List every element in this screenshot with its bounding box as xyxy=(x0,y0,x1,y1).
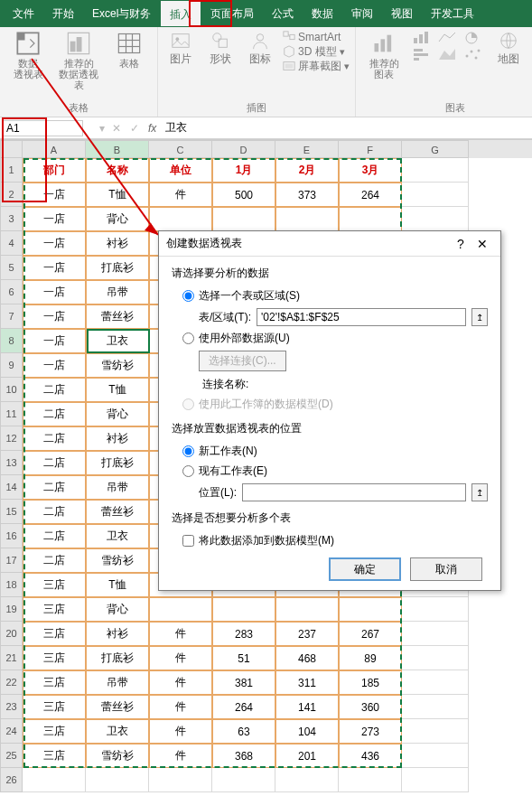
cell[interactable]: 背心 xyxy=(86,597,149,622)
cell[interactable] xyxy=(402,622,469,646)
cell[interactable]: 件 xyxy=(149,622,212,646)
row-header[interactable]: 16 xyxy=(0,524,23,548)
cell[interactable]: 一店 xyxy=(23,207,86,231)
row-header[interactable]: 22 xyxy=(0,670,23,695)
cell[interactable]: 三店 xyxy=(23,622,86,646)
cell[interactable]: 267 xyxy=(339,622,402,646)
cell[interactable] xyxy=(402,207,469,231)
cell[interactable]: 蕾丝衫 xyxy=(86,500,149,524)
chart-area-icon[interactable] xyxy=(437,47,457,61)
radio-external-input[interactable] xyxy=(182,332,194,344)
cell[interactable]: 吊带 xyxy=(86,475,149,500)
cancel-button[interactable]: 取消 xyxy=(410,557,482,581)
cell[interactable]: 背心 xyxy=(86,402,149,426)
row-header[interactable]: 6 xyxy=(0,280,23,304)
cell[interactable]: 二店 xyxy=(23,426,86,451)
radio-select-table-input[interactable] xyxy=(182,290,194,302)
cell[interactable]: 283 xyxy=(212,622,275,646)
cell[interactable]: 背心 xyxy=(86,207,149,231)
cell[interactable]: 卫衣 xyxy=(86,524,149,548)
row-header[interactable]: 26 xyxy=(0,768,23,792)
tab-data[interactable]: 数据 xyxy=(303,0,342,27)
cell[interactable]: 雪纺衫 xyxy=(86,353,149,378)
cell[interactable]: 89 xyxy=(339,646,402,670)
cell[interactable]: 吊带 xyxy=(86,280,149,304)
cell[interactable]: 吊带 xyxy=(86,670,149,695)
select-all-corner[interactable] xyxy=(0,140,23,158)
col-header-C[interactable]: C xyxy=(149,140,212,158)
checkbox-add-model-input[interactable] xyxy=(182,535,194,547)
dropdown-icon[interactable]: ▾ xyxy=(99,122,105,135)
radio-existing-worksheet-input[interactable] xyxy=(182,465,194,477)
tab-insert[interactable]: 插入 xyxy=(160,0,201,27)
cell[interactable]: 件 xyxy=(149,646,212,670)
fx-icon[interactable]: fx xyxy=(148,122,156,135)
cell[interactable]: 一店 xyxy=(23,183,86,207)
col-header-A[interactable]: A xyxy=(23,140,86,158)
cell[interactable]: 蕾丝衫 xyxy=(86,304,149,329)
cell[interactable]: 436 xyxy=(339,744,402,768)
row-header[interactable]: 23 xyxy=(0,695,23,719)
cell[interactable] xyxy=(149,207,212,231)
cell[interactable]: 368 xyxy=(212,744,275,768)
cell[interactable]: 一店 xyxy=(23,304,86,329)
row-header[interactable]: 3 xyxy=(0,207,23,231)
header-cell[interactable]: 2月 xyxy=(275,158,339,183)
row-header[interactable]: 17 xyxy=(0,548,23,573)
radio-new-worksheet[interactable]: 新工作表(N) xyxy=(182,444,488,459)
cell[interactable]: 二店 xyxy=(23,378,86,402)
cell[interactable]: 蕾丝衫 xyxy=(86,695,149,719)
row-header[interactable]: 15 xyxy=(0,500,23,524)
header-cell[interactable]: 1月 xyxy=(212,158,275,183)
chart-bar-icon[interactable] xyxy=(412,47,432,61)
tab-formulas[interactable]: 公式 xyxy=(263,0,303,27)
radio-new-worksheet-input[interactable] xyxy=(182,445,194,457)
cell[interactable] xyxy=(149,768,212,792)
location-input[interactable] xyxy=(242,483,466,501)
row-header[interactable]: 14 xyxy=(0,475,23,500)
name-box[interactable] xyxy=(2,120,83,136)
cell[interactable]: 衬衫 xyxy=(86,622,149,646)
cell[interactable] xyxy=(339,768,402,792)
col-header-G[interactable]: G xyxy=(402,140,469,158)
header-cell[interactable]: 部门 xyxy=(23,158,86,183)
cell[interactable]: 件 xyxy=(149,695,212,719)
cell[interactable]: 237 xyxy=(275,622,339,646)
close-button[interactable]: ✕ xyxy=(471,237,493,251)
cell[interactable] xyxy=(23,768,86,792)
cell[interactable]: 三店 xyxy=(23,573,86,597)
cell[interactable] xyxy=(86,768,149,792)
cell[interactable]: 468 xyxy=(275,646,339,670)
row-header[interactable]: 12 xyxy=(0,426,23,451)
cell[interactable]: 打底衫 xyxy=(86,256,149,280)
range-picker-button[interactable]: ↥ xyxy=(471,308,488,326)
cell[interactable]: 二店 xyxy=(23,524,86,548)
cell[interactable]: 三店 xyxy=(23,719,86,744)
checkbox-add-model[interactable]: 将此数据添加到数据模型(M) xyxy=(182,533,488,548)
recommend-pivot-button[interactable]: 推荐的 数据透视表 xyxy=(56,31,101,90)
row-header[interactable]: 20 xyxy=(0,622,23,646)
row-header[interactable]: 21 xyxy=(0,646,23,670)
header-cell[interactable]: 单位 xyxy=(149,158,212,183)
cell[interactable] xyxy=(402,670,469,695)
help-button[interactable]: ? xyxy=(450,237,471,251)
col-header-D[interactable]: D xyxy=(212,140,275,158)
cell[interactable]: 衬衫 xyxy=(86,231,149,256)
row-header[interactable]: 18 xyxy=(0,573,23,597)
cell[interactable] xyxy=(402,158,469,183)
cell[interactable]: 卫衣 xyxy=(86,329,149,353)
radio-external-source[interactable]: 使用外部数据源(U) xyxy=(182,331,488,346)
cell[interactable] xyxy=(402,744,469,768)
tab-developer[interactable]: 开发工具 xyxy=(422,0,483,27)
cell[interactable]: 二店 xyxy=(23,402,86,426)
row-header[interactable]: 9 xyxy=(0,353,23,378)
header-cell[interactable]: 3月 xyxy=(339,158,402,183)
maps-button[interactable]: 地图 xyxy=(491,31,526,67)
cell[interactable]: 打底衫 xyxy=(86,646,149,670)
row-header[interactable]: 11 xyxy=(0,402,23,426)
row-header[interactable]: 13 xyxy=(0,451,23,475)
3dmodel-button[interactable]: 3D 模型 ▾ xyxy=(283,45,350,58)
cell[interactable]: 三店 xyxy=(23,670,86,695)
cell[interactable]: 卫衣 xyxy=(86,719,149,744)
cell[interactable] xyxy=(402,597,469,622)
